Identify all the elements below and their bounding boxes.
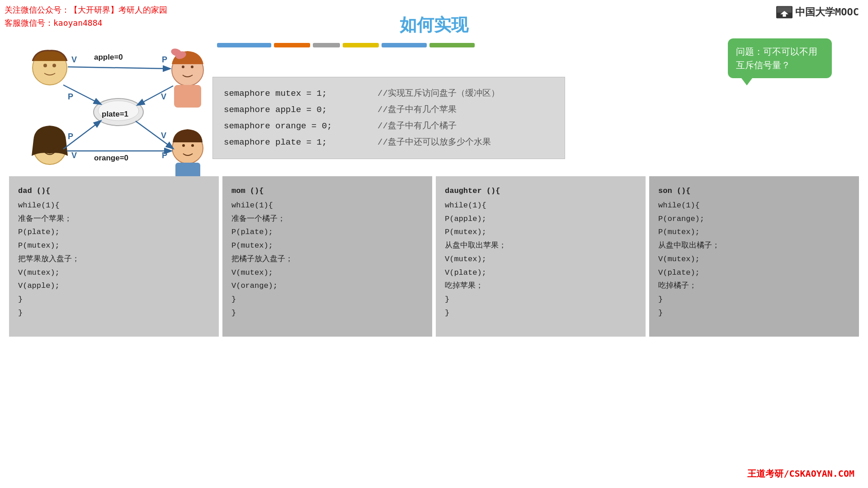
- svg-text:P: P: [162, 55, 167, 64]
- panel-line: V(apple);: [18, 279, 210, 293]
- top-bar-line2: 客服微信号：kaoyan4884: [5, 17, 167, 30]
- logo-icon: [776, 6, 793, 19]
- speech-bubble: 问题：可不可以不用互斥信号量？: [728, 38, 832, 78]
- svg-text:orange=0: orange=0: [94, 154, 128, 162]
- svg-point-15: [177, 52, 180, 56]
- svg-rect-3: [783, 14, 786, 17]
- logo: 中国大学MOOC: [776, 5, 859, 19]
- panel-line: P(plate);: [18, 225, 210, 239]
- panel-title: mom (){: [231, 184, 423, 198]
- panel-line: V(mutex);: [18, 266, 210, 280]
- bottom-panels: dad (){ while(1){ 准备一个苹果； P(plate); P(mu…: [9, 176, 859, 337]
- panel-line: }: [18, 293, 210, 306]
- panel-line: }: [18, 306, 210, 320]
- panel-line: 吃掉苹果；: [445, 279, 637, 293]
- code-line: semaphore orange = 0;//盘子中有几个橘子: [224, 118, 554, 134]
- panel-line: while(1){: [658, 199, 850, 212]
- svg-text:P: P: [68, 92, 73, 101]
- color-bar-3: [313, 43, 340, 47]
- panel-title: daughter (){: [445, 184, 637, 198]
- code-line: semaphore mutex = 1;//实现互斥访问盘子（缓冲区）: [224, 85, 554, 102]
- panel-line: 把橘子放入盘子；: [231, 253, 423, 266]
- color-bar-1: [217, 43, 271, 47]
- code-box-top: semaphore mutex = 1;//实现互斥访问盘子（缓冲区）semap…: [212, 77, 565, 159]
- panel-line: V(mutex);: [231, 266, 423, 280]
- panel-line: P(mutex);: [445, 225, 637, 239]
- code-panel-2: daughter (){ while(1){ P(apple); P(mutex…: [436, 176, 646, 337]
- svg-point-6: [52, 64, 56, 67]
- panel-line: while(1){: [445, 199, 637, 212]
- color-bar-4: [343, 43, 379, 47]
- panel-line: 把苹果放入盘子；: [18, 253, 210, 266]
- code-line: semaphore apple = 0;//盘子中有几个苹果: [224, 102, 554, 118]
- panel-line: }: [658, 293, 850, 306]
- panel-line: while(1){: [231, 199, 423, 212]
- svg-text:plate=1: plate=1: [102, 110, 128, 118]
- code-left: semaphore apple = 0;: [224, 102, 377, 118]
- panel-line: 准备一个橘子；: [231, 212, 423, 226]
- svg-text:V: V: [161, 131, 166, 140]
- panel-line: P(mutex);: [231, 239, 423, 253]
- panel-line: P(plate);: [231, 225, 423, 239]
- panel-line: }: [231, 306, 423, 320]
- svg-line-26: [68, 67, 170, 69]
- code-panel-1: mom (){ while(1){ 准备一个橘子； P(plate); P(mu…: [222, 176, 432, 337]
- svg-text:apple=0: apple=0: [94, 53, 123, 61]
- panel-line: }: [231, 293, 423, 306]
- logo-text: 中国大学MOOC: [795, 5, 859, 19]
- code-panel-0: dad (){ while(1){ 准备一个苹果； P(plate); P(mu…: [9, 176, 219, 337]
- panel-line: 从盘中取出橘子；: [658, 239, 850, 253]
- panel-title: son (){: [658, 184, 850, 198]
- code-right: //盘子中有几个苹果: [377, 102, 457, 118]
- svg-text:V: V: [161, 92, 166, 101]
- code-line: semaphore plate = 1;//盘子中还可以放多少个水果: [224, 134, 554, 150]
- footer: 王道考研/CSKAOYAN.COM: [747, 468, 854, 480]
- svg-point-11: [182, 66, 184, 68]
- code-left: semaphore plate = 1;: [224, 134, 377, 150]
- panel-line: }: [445, 306, 637, 320]
- panel-line: P(mutex);: [658, 225, 850, 239]
- top-bar-line1: 关注微信公众号：【大开研界】考研人的家园: [5, 4, 167, 17]
- diagram: plate=1 apple=0 orange=0 V P P V P V: [14, 36, 222, 181]
- code-panel-3: son (){ while(1){ P(orange); P(mutex); 从…: [649, 176, 859, 337]
- color-bar: [217, 43, 475, 47]
- svg-line-31: [138, 86, 173, 105]
- panel-line: 从盘中取出苹果；: [445, 239, 637, 253]
- svg-text:P: P: [68, 132, 73, 141]
- svg-point-5: [43, 64, 47, 67]
- diagram-svg: plate=1 apple=0 orange=0 V P P V P V: [14, 36, 222, 181]
- page-title: 如何实现: [400, 14, 468, 37]
- panel-line: V(plate);: [445, 266, 637, 280]
- code-left: semaphore mutex = 1;: [224, 85, 377, 102]
- panel-line: while(1){: [18, 199, 210, 212]
- code-left: semaphore orange = 0;: [224, 118, 377, 134]
- svg-point-18: [182, 144, 185, 147]
- panel-line: V(mutex);: [445, 253, 637, 266]
- panel-line: P(apple);: [445, 212, 637, 226]
- panel-line: 准备一个苹果；: [18, 212, 210, 226]
- svg-rect-16: [174, 85, 201, 108]
- svg-point-19: [191, 144, 194, 147]
- panel-line: V(mutex);: [658, 253, 850, 266]
- panel-line: V(orange);: [231, 279, 423, 293]
- panel-line: P(mutex);: [18, 239, 210, 253]
- code-right: //盘子中有几个橘子: [377, 118, 457, 134]
- svg-text:P: P: [162, 151, 167, 160]
- color-bar-6: [429, 43, 475, 47]
- panel-line: }: [658, 306, 850, 320]
- color-bar-2: [274, 43, 310, 47]
- panel-title: dad (){: [18, 184, 210, 198]
- panel-line: 吃掉橘子；: [658, 279, 850, 293]
- code-right: //盘子中还可以放多少个水果: [377, 134, 491, 150]
- color-bar-5: [382, 43, 427, 47]
- panel-line: }: [445, 293, 637, 306]
- svg-text:V: V: [71, 55, 77, 64]
- code-right: //实现互斥访问盘子（缓冲区）: [377, 85, 500, 102]
- svg-point-12: [191, 66, 193, 68]
- code-top-container: semaphore mutex = 1;//实现互斥访问盘子（缓冲区）semap…: [224, 85, 554, 150]
- panel-line: P(orange);: [658, 212, 850, 226]
- top-bar: 关注微信公众号：【大开研界】考研人的家园 客服微信号：kaoyan4884: [5, 4, 167, 30]
- svg-line-35: [136, 121, 173, 148]
- svg-text:V: V: [71, 151, 77, 160]
- panel-line: V(plate);: [658, 266, 850, 280]
